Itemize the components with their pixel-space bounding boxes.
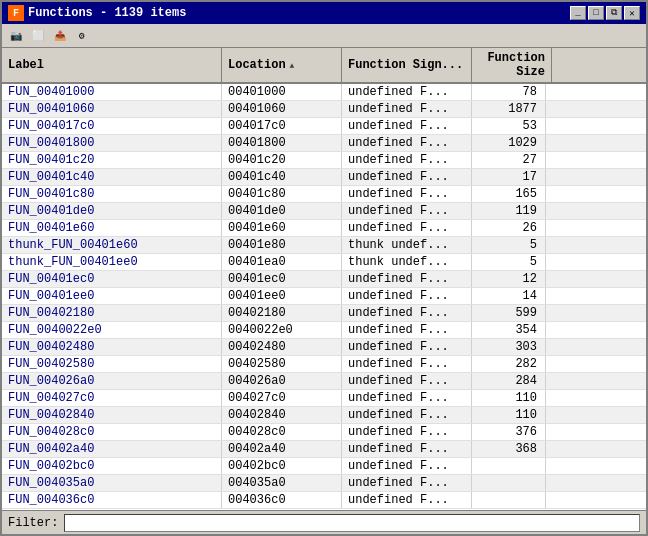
cell-label: FUN_004017c0 <box>2 118 222 134</box>
cell-location: 00401ea0 <box>222 254 342 270</box>
table-row[interactable]: FUN_0040258000402580undefined F...282 <box>2 356 646 373</box>
cell-funcsign: undefined F... <box>342 475 472 491</box>
table-row[interactable]: FUN_00401e6000401e60undefined F...26 <box>2 220 646 237</box>
table-row[interactable]: FUN_0040180000401800undefined F...1029 <box>2 135 646 152</box>
cell-funcsign: undefined F... <box>342 186 472 202</box>
cell-funcsize: 376 <box>472 424 546 440</box>
cell-funcsize: 53 <box>472 118 546 134</box>
cell-funcsign: undefined F... <box>342 407 472 423</box>
table-row[interactable]: FUN_00401c4000401c40undefined F...17 <box>2 169 646 186</box>
cell-location: 00401c20 <box>222 152 342 168</box>
close-button[interactable]: ✕ <box>624 6 640 20</box>
table-row[interactable]: thunk_FUN_00401e6000401e80thunk undef...… <box>2 237 646 254</box>
table-row[interactable]: FUN_004017c0004017c0undefined F...53 <box>2 118 646 135</box>
cell-funcsign: undefined F... <box>342 271 472 287</box>
toolbar-btn-4[interactable]: ⚙ <box>72 27 92 45</box>
col-funcsign-text: Function Sign... <box>348 58 463 72</box>
col-location-text: Location <box>228 58 286 72</box>
table-row[interactable]: FUN_004036c0004036c0undefined F... <box>2 492 646 509</box>
table-row[interactable]: FUN_00402bc000402bc0undefined F... <box>2 458 646 475</box>
cell-label: FUN_00401c40 <box>2 169 222 185</box>
cell-funcsize: 5 <box>472 254 546 270</box>
cell-location: 00401800 <box>222 135 342 151</box>
cell-funcsize: 368 <box>472 441 546 457</box>
toolbar-btn-1[interactable]: 📷 <box>6 27 26 45</box>
cell-funcsign: undefined F... <box>342 169 472 185</box>
cell-funcsign: undefined F... <box>342 424 472 440</box>
cell-label: FUN_00401de0 <box>2 203 222 219</box>
minimize-button[interactable]: _ <box>570 6 586 20</box>
cell-label: FUN_00401ee0 <box>2 288 222 304</box>
table-row[interactable]: FUN_004026a0004026a0undefined F...284 <box>2 373 646 390</box>
toolbar-btn-3[interactable]: 📤 <box>50 27 70 45</box>
cell-location: 004026a0 <box>222 373 342 389</box>
table-row[interactable]: FUN_00401ee000401ee0undefined F...14 <box>2 288 646 305</box>
cell-location: 004028c0 <box>222 424 342 440</box>
cell-funcsize: 282 <box>472 356 546 372</box>
filter-label: Filter: <box>8 516 58 530</box>
toolbar-btn-2[interactable]: ⬜ <box>28 27 48 45</box>
table-row[interactable]: FUN_004028c0004028c0undefined F...376 <box>2 424 646 441</box>
table-row[interactable]: thunk_FUN_00401ee000401ea0thunk undef...… <box>2 254 646 271</box>
cell-funcsize <box>472 458 546 474</box>
cell-funcsize: 110 <box>472 407 546 423</box>
table-row[interactable]: FUN_00401ec000401ec0undefined F...12 <box>2 271 646 288</box>
table-container: Label Location ▲ Function Sign... Functi… <box>2 48 646 510</box>
cell-location: 00402a40 <box>222 441 342 457</box>
table-row[interactable]: FUN_004035a0004035a0undefined F... <box>2 475 646 492</box>
cell-funcsize: 110 <box>472 390 546 406</box>
cell-funcsize: 5 <box>472 237 546 253</box>
cell-label: FUN_00402480 <box>2 339 222 355</box>
cell-label: FUN_004028c0 <box>2 424 222 440</box>
cell-label: FUN_004027c0 <box>2 390 222 406</box>
cell-funcsize: 17 <box>472 169 546 185</box>
table-row[interactable]: FUN_00401c8000401c80undefined F...165 <box>2 186 646 203</box>
restore-button[interactable]: ⧉ <box>606 6 622 20</box>
cell-label: thunk_FUN_00401e60 <box>2 237 222 253</box>
table-body[interactable]: FUN_0040100000401000undefined F...78FUN_… <box>2 84 646 510</box>
filter-input[interactable] <box>64 514 640 532</box>
cell-label: thunk_FUN_00401ee0 <box>2 254 222 270</box>
cell-label: FUN_004036c0 <box>2 492 222 508</box>
cell-funcsize: 599 <box>472 305 546 321</box>
cell-funcsize: 27 <box>472 152 546 168</box>
cell-location: 00402580 <box>222 356 342 372</box>
col-header-label[interactable]: Label <box>2 48 222 82</box>
table-row[interactable]: FUN_0040106000401060undefined F...1877 <box>2 101 646 118</box>
table-row[interactable]: FUN_0040248000402480undefined F...303 <box>2 339 646 356</box>
cell-location: 00401c40 <box>222 169 342 185</box>
cell-location: 004017c0 <box>222 118 342 134</box>
col-header-funcsize[interactable]: Function Size <box>472 48 552 82</box>
cell-location: 00401000 <box>222 84 342 100</box>
toolbar: 📷 ⬜ 📤 ⚙ <box>2 24 646 48</box>
cell-label: FUN_00401060 <box>2 101 222 117</box>
table-row[interactable]: FUN_004027c0004027c0undefined F...110 <box>2 390 646 407</box>
cell-funcsign: thunk undef... <box>342 254 472 270</box>
maximize-button[interactable]: □ <box>588 6 604 20</box>
table-row[interactable]: FUN_00401c2000401c20undefined F...27 <box>2 152 646 169</box>
cell-funcsize: 284 <box>472 373 546 389</box>
table-row[interactable]: FUN_0040284000402840undefined F...110 <box>2 407 646 424</box>
cell-funcsign: undefined F... <box>342 390 472 406</box>
cell-label: FUN_0040022e0 <box>2 322 222 338</box>
cell-funcsize <box>472 492 546 508</box>
col-header-location[interactable]: Location ▲ <box>222 48 342 82</box>
cell-label: FUN_004035a0 <box>2 475 222 491</box>
cell-location: 00401e60 <box>222 220 342 236</box>
cell-funcsize: 119 <box>472 203 546 219</box>
cell-funcsign: undefined F... <box>342 492 472 508</box>
cell-funcsize: 78 <box>472 84 546 100</box>
table-row[interactable]: FUN_0040100000401000undefined F...78 <box>2 84 646 101</box>
table-row[interactable]: FUN_00402a4000402a40undefined F...368 <box>2 441 646 458</box>
cell-location: 00401de0 <box>222 203 342 219</box>
cell-label: FUN_00401800 <box>2 135 222 151</box>
cell-label: FUN_00401c80 <box>2 186 222 202</box>
cell-funcsize: 1877 <box>472 101 546 117</box>
col-header-funcsign[interactable]: Function Sign... <box>342 48 472 82</box>
table-row[interactable]: FUN_0040022e00040022e0undefined F...354 <box>2 322 646 339</box>
table-row[interactable]: FUN_0040218000402180undefined F...599 <box>2 305 646 322</box>
cell-funcsize: 303 <box>472 339 546 355</box>
cell-funcsign: undefined F... <box>342 305 472 321</box>
cell-funcsign: undefined F... <box>342 288 472 304</box>
table-row[interactable]: FUN_00401de000401de0undefined F...119 <box>2 203 646 220</box>
